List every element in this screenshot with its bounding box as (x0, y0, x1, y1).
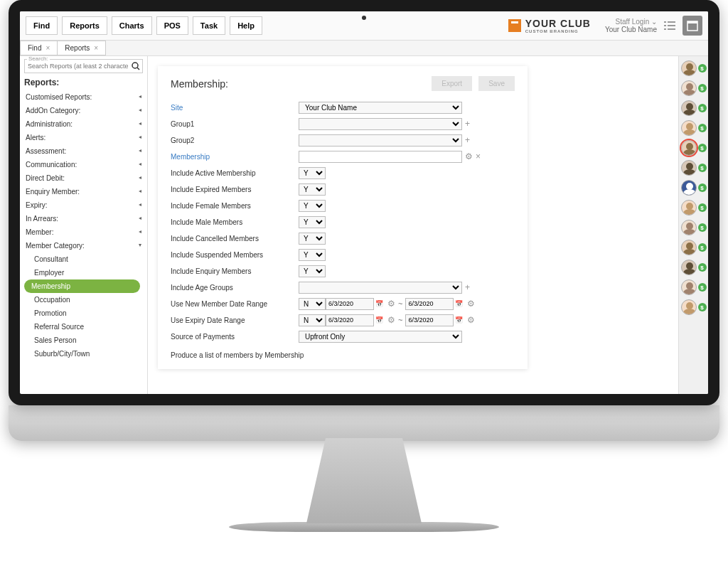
category-item[interactable]: AddOn Category:◂ (24, 104, 143, 117)
avatar[interactable] (681, 279, 697, 295)
money-icon[interactable]: $ (698, 183, 707, 192)
avatar[interactable] (681, 260, 697, 275)
field-label-membership[interactable]: Membership (171, 153, 299, 161)
avatar[interactable] (681, 60, 697, 76)
avatar[interactable] (681, 120, 697, 136)
subcategory-item[interactable]: Consultant (24, 252, 143, 266)
subcategory-item[interactable]: Referral Source (24, 320, 143, 334)
category-item[interactable]: Communication:◂ (24, 158, 143, 171)
source-select[interactable]: Upfront Only (299, 331, 462, 343)
close-icon[interactable]: × (46, 44, 50, 52)
active-select[interactable]: Y (299, 167, 326, 179)
category-member-category[interactable]: Member Category:▾ (24, 239, 143, 252)
avatar[interactable] (681, 200, 697, 215)
male-select[interactable]: Y (299, 216, 326, 228)
subcategory-item[interactable]: Promotion (24, 307, 143, 320)
money-icon[interactable]: $ (698, 223, 707, 232)
calendar-icon[interactable]: 📅 (455, 316, 463, 324)
money-icon[interactable]: $ (698, 64, 707, 73)
calendar-icon[interactable]: 📅 (375, 316, 383, 324)
field-label-site[interactable]: Site (171, 104, 299, 112)
chevron-down-icon: ⌄ (651, 18, 657, 26)
gear-icon[interactable]: ⚙ (467, 315, 475, 325)
category-item[interactable]: Alerts:◂ (24, 131, 143, 144)
gear-icon[interactable]: ⚙ (387, 299, 395, 309)
money-icon[interactable]: $ (698, 164, 707, 172)
suspended-select[interactable]: Y (299, 249, 326, 261)
subcategory-item[interactable]: Employer (24, 266, 143, 279)
subcategory-item[interactable]: Suburb/City/Town (24, 347, 143, 361)
field-label-enquiry: Include Enquiry Members (171, 267, 299, 275)
enquiry-select[interactable]: Y (299, 265, 326, 277)
category-item[interactable]: Customised Reports:◂ (24, 90, 143, 104)
cancelled-select[interactable]: Y (299, 233, 326, 245)
agegroups-select[interactable] (299, 282, 462, 294)
category-item[interactable]: In Arrears:◂ (24, 212, 143, 225)
category-item[interactable]: Direct Debit:◂ (24, 171, 143, 185)
avatar[interactable] (681, 240, 697, 255)
avatar[interactable] (681, 180, 697, 196)
money-icon[interactable]: $ (698, 124, 707, 132)
female-select[interactable]: Y (299, 200, 326, 212)
category-item[interactable]: Assessment:◂ (24, 144, 143, 158)
avatar[interactable] (681, 299, 697, 315)
avatar[interactable] (681, 140, 697, 156)
pos-button[interactable]: POS (156, 16, 188, 35)
search-icon[interactable] (132, 62, 140, 70)
money-icon[interactable]: $ (698, 303, 707, 311)
money-icon[interactable]: $ (698, 203, 707, 212)
avatar[interactable] (681, 160, 697, 176)
avatar[interactable] (681, 220, 697, 235)
tab-find[interactable]: Find× (20, 41, 58, 55)
field-label-group1: Group1 (171, 120, 299, 128)
staff-login-link[interactable]: Staff Login ⌄ (605, 18, 657, 26)
expdate-to[interactable] (405, 314, 454, 326)
money-icon[interactable]: $ (698, 263, 707, 272)
subcategory-item[interactable]: Sales Person (24, 334, 143, 347)
subcategory-item[interactable]: Occupation (24, 293, 143, 307)
category-item[interactable]: Enquiry Member:◂ (24, 185, 143, 198)
gear-icon[interactable]: ⚙ (465, 151, 473, 161)
category-item[interactable]: Expiry:◂ (24, 198, 143, 212)
svg-rect-3 (668, 25, 675, 26)
expired-select[interactable]: Y (299, 183, 326, 196)
calendar-icon[interactable] (682, 16, 702, 36)
money-icon[interactable]: $ (698, 84, 707, 92)
avatar[interactable] (681, 80, 697, 96)
money-icon[interactable]: $ (698, 104, 707, 112)
close-icon[interactable]: × (476, 151, 481, 161)
avatar[interactable] (681, 100, 697, 116)
calendar-icon[interactable]: 📅 (375, 300, 383, 307)
money-icon[interactable]: $ (698, 243, 707, 252)
find-button[interactable]: Find (26, 16, 58, 35)
subcategory-item[interactable]: Membership (24, 279, 140, 293)
money-icon[interactable]: $ (698, 283, 707, 292)
task-button[interactable]: Task (193, 16, 225, 35)
gear-icon[interactable]: ⚙ (387, 315, 395, 325)
membership-input[interactable] (299, 151, 462, 163)
help-button[interactable]: Help (230, 16, 262, 35)
group1-select[interactable] (299, 118, 462, 130)
category-item[interactable]: Member:◂ (24, 225, 143, 239)
money-icon[interactable]: $ (698, 144, 707, 152)
category-item[interactable]: Administration:◂ (24, 117, 143, 131)
reports-button[interactable]: Reports (62, 16, 107, 35)
newdate-from[interactable] (326, 298, 374, 310)
plus-icon[interactable]: + (465, 282, 470, 292)
gear-icon[interactable]: ⚙ (467, 299, 475, 309)
group2-select[interactable] (299, 134, 462, 146)
list-icon[interactable] (660, 16, 680, 36)
newdate-toggle[interactable]: N (299, 298, 326, 310)
close-icon[interactable]: × (94, 44, 98, 52)
expdate-toggle[interactable]: N (299, 314, 326, 326)
calendar-icon[interactable]: 📅 (455, 300, 463, 307)
export-button[interactable]: Export (432, 76, 472, 91)
plus-icon[interactable]: + (465, 119, 470, 129)
newdate-to[interactable] (405, 298, 454, 310)
plus-icon[interactable]: + (465, 135, 470, 145)
tab-reports[interactable]: Reports× (57, 41, 106, 55)
save-button[interactable]: Save (478, 76, 515, 91)
expdate-from[interactable] (326, 314, 374, 326)
site-select[interactable]: Your Club Name (299, 102, 462, 114)
charts-button[interactable]: Charts (112, 16, 152, 35)
